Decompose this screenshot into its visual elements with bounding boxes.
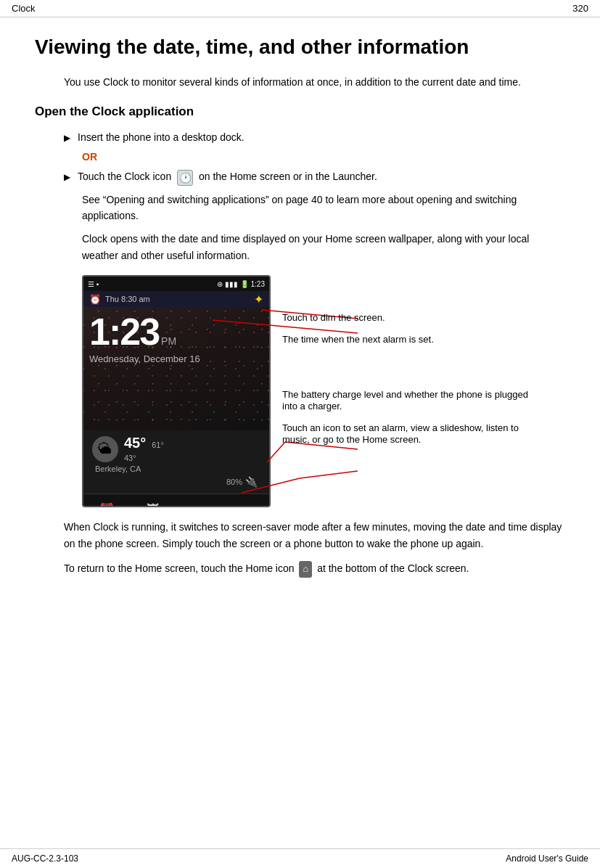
dock-music-icon: ♪: [189, 499, 210, 508]
annotation-1-text: Touch to dim the screen.: [282, 312, 385, 323]
brightness-icon: ✦: [254, 292, 263, 306]
weather-row: 🌥 45° 61° 43°: [89, 435, 263, 463]
footer-left: AUG-CC-2.3-103: [12, 853, 78, 864]
page-footer: AUG-CC-2.3-103 Android User's Guide: [0, 848, 600, 868]
annotation-2: The time when the next alarm is set.: [282, 333, 536, 345]
annotation-2-text: The time when the next alarm is set.: [282, 334, 434, 345]
phone-screen: ☰ ▪ ⊛ ▮▮▮ 🔋 ⊛ ▮▮▮ 🔋 1:231:23 ⏰ Thu 8:30 …: [82, 275, 271, 507]
home-icon-inline: ⌂: [299, 561, 312, 578]
alarm-time-text: Thu 8:30 am: [105, 295, 150, 303]
status-right: ⊛ ▮▮▮ 🔋 ⊛ ▮▮▮ 🔋 1:231:23: [217, 280, 265, 288]
weather-temp-group: 45° 61° 43°: [124, 435, 164, 463]
bullet-item-1: ▶ Insert the phone into a desktop dock.: [64, 129, 565, 145]
bottom-text-2: To return to the Home screen, touch the …: [64, 560, 565, 578]
phone-clock-bg: 1:23 PM Wednesday, December 16: [83, 307, 269, 430]
bullet2-suffix: on the Home screen or in the Launcher.: [199, 171, 377, 182]
phone-dock: ⏰ 🖼 ♪ ⌂: [83, 494, 269, 507]
intro-text: You use Clock to monitor several kinds o…: [64, 74, 565, 90]
phone-screenshot-wrapper: ☰ ▪ ⊛ ▮▮▮ 🔋 ⊛ ▮▮▮ 🔋 1:231:23 ⏰ Thu 8:30 …: [82, 275, 271, 507]
weather-area: 🌥 45° 61° 43° Berkeley, CA 80%: [83, 430, 269, 494]
svg-line-5: [300, 471, 358, 478]
bullet-arrow-2: ▶: [64, 171, 70, 184]
bullet-arrow-1: ▶: [64, 131, 70, 145]
bullet-item-2: ▶ Touch the Clock icon on the Home scree…: [64, 168, 565, 185]
section-heading: Open the Clock application: [35, 105, 565, 119]
battery-pct: 80%: [226, 478, 242, 486]
main-content: Viewing the date, time, and other inform…: [0, 17, 600, 604]
page-title: Viewing the date, time, and other inform…: [35, 35, 565, 60]
bottom-text-1: When Clock is running, it switches to sc…: [64, 519, 565, 552]
screenshot-container: ☰ ▪ ⊛ ▮▮▮ 🔋 ⊛ ▮▮▮ 🔋 1:231:23 ⏰ Thu 8:30 …: [82, 275, 536, 507]
header-left: Clock: [12, 3, 36, 14]
page-header: Clock 320: [0, 0, 600, 17]
weather-icon: 🌥: [92, 436, 118, 462]
time-pm: PM: [161, 335, 176, 347]
time-display: 1:23 PM: [89, 313, 263, 351]
bullet-text-1: Insert the phone into a desktop dock.: [78, 129, 244, 145]
charger-icon: 🔌: [245, 476, 258, 488]
bullet2-prefix: Touch the Clock icon: [78, 171, 171, 182]
sub-text-1: See “Opening and switching applications”…: [82, 192, 565, 224]
annotation-1: Touch to dim the screen.: [282, 311, 536, 323]
annotation-3: The battery charge level and whether the…: [282, 388, 536, 412]
annotations-area: Touch to dim the screen. The time when t…: [271, 275, 536, 445]
dock-alarm-icon: ⏰: [96, 499, 118, 508]
sub-text-2: Clock opens with the date and time displ…: [82, 231, 565, 263]
alarm-clock-icon: ⏰: [89, 294, 101, 305]
weather-temp: 45°: [124, 435, 146, 451]
footer-right: Android User's Guide: [506, 853, 588, 864]
or-label: OR: [82, 151, 565, 163]
bullet-text-2: Touch the Clock icon on the Home screen …: [78, 168, 377, 185]
dock-home-icon: ⌂: [235, 499, 257, 508]
phone-status-bar: ☰ ▪ ⊛ ▮▮▮ 🔋 ⊛ ▮▮▮ 🔋 1:231:23: [83, 277, 269, 291]
battery-row: 80% 🔌: [89, 475, 263, 489]
bottom-text-2-suffix: at the bottom of the Clock screen.: [317, 562, 469, 574]
phone-date: Wednesday, December 16: [89, 353, 263, 364]
annotation-4-text: Touch an icon to set an alarm, view a sl…: [282, 422, 519, 445]
annotation-4: Touch an icon to set an alarm, view a sl…: [282, 422, 536, 445]
bottom-text-2-prefix: To return to the Home screen, touch the …: [64, 562, 295, 574]
status-left: ☰ ▪: [88, 280, 99, 288]
phone-alarm-bar: ⏰ Thu 8:30 am ✦: [83, 291, 269, 307]
time-big: 1:23: [89, 313, 159, 351]
annotation-3-text: The battery charge level and whether the…: [282, 389, 528, 412]
dock-photo-icon: 🖼: [142, 499, 164, 508]
clock-icon-inline: [177, 170, 193, 186]
phone-city: Berkeley, CA: [89, 463, 263, 475]
header-right: 320: [572, 3, 588, 14]
